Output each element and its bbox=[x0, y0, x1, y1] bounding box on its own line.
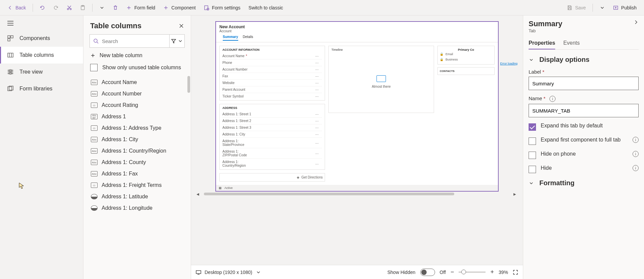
delete-button[interactable] bbox=[109, 3, 121, 12]
column-item[interactable]: AbcAddress 1: City bbox=[90, 134, 188, 145]
hide-checkbox[interactable] bbox=[529, 166, 536, 173]
column-item[interactable]: Address 1: Longitude bbox=[90, 202, 188, 214]
expand-first-checkbox[interactable] bbox=[529, 137, 536, 145]
info-icon[interactable]: i bbox=[633, 151, 639, 157]
switch-classic-button[interactable]: Switch to classic bbox=[245, 3, 287, 12]
form-field-label: Form field bbox=[134, 5, 155, 10]
nav-table-columns[interactable]: Table columns bbox=[0, 47, 83, 64]
save-icon bbox=[567, 5, 572, 10]
preview-tab-details[interactable]: Details bbox=[243, 35, 253, 41]
preview-field-row[interactable]: Address 1: Street 3--- bbox=[222, 124, 322, 131]
expand-default-checkbox[interactable] bbox=[529, 123, 536, 131]
nav-form-libraries[interactable]: Form libraries bbox=[0, 80, 83, 97]
column-item[interactable]: AbcdefAddress 1 bbox=[90, 111, 188, 122]
back-button[interactable]: Back bbox=[4, 3, 29, 12]
publish-button[interactable]: Publish bbox=[610, 3, 640, 12]
zoom-in-button[interactable]: + bbox=[490, 269, 494, 276]
add-component-button[interactable]: Component bbox=[160, 3, 199, 12]
save-menu[interactable] bbox=[596, 3, 608, 12]
label-input[interactable] bbox=[529, 77, 639, 90]
tab-events[interactable]: Events bbox=[563, 37, 580, 49]
show-unused-label: Show only unused table columns bbox=[102, 65, 181, 71]
search-input[interactable] bbox=[102, 38, 166, 44]
timeline-section[interactable]: Timeline Almost there bbox=[328, 46, 434, 113]
scroll-right-icon[interactable]: ▶ bbox=[513, 192, 517, 196]
hamburger-button[interactable] bbox=[0, 15, 83, 30]
info-icon[interactable]: i bbox=[549, 96, 556, 102]
form-settings-button[interactable]: Form settings bbox=[201, 3, 244, 12]
scrollbar-thumb[interactable] bbox=[187, 76, 190, 93]
zoom-out-button[interactable]: − bbox=[451, 269, 454, 276]
preview-field-row[interactable]: Address 1: Street 1--- bbox=[222, 111, 322, 118]
column-item[interactable]: AbcAccount Name bbox=[90, 77, 188, 88]
formatting-header[interactable]: Formatting bbox=[529, 179, 639, 187]
side-widget-contacts[interactable]: CONTACTS bbox=[437, 67, 495, 75]
display-options-header[interactable]: Display options bbox=[529, 56, 639, 64]
form-preview[interactable]: New Account Account Summary Details ACCO… bbox=[216, 22, 498, 191]
column-item[interactable]: AbcAccount Number bbox=[90, 88, 188, 99]
chevron-right-icon[interactable] bbox=[633, 19, 639, 25]
show-unused-checkbox[interactable] bbox=[90, 64, 98, 71]
option-type-icon: ▭ bbox=[91, 183, 98, 188]
preview-scroll[interactable]: Error loading New Account Account Summar… bbox=[191, 15, 523, 265]
show-hidden-label: Show Hidden bbox=[387, 270, 415, 275]
info-icon[interactable]: i bbox=[633, 165, 639, 171]
column-item[interactable]: ▭Address 1: Freight Terms bbox=[90, 180, 188, 191]
scroll-thumb[interactable] bbox=[204, 193, 454, 195]
option-type-icon: ▭ bbox=[91, 125, 98, 131]
preview-field-row[interactable]: Ticker Symbol--- bbox=[222, 93, 322, 99]
hide-phone-checkbox[interactable] bbox=[529, 152, 536, 159]
zoom-slider[interactable] bbox=[459, 272, 486, 273]
preview-field-row[interactable]: Address 1: City--- bbox=[222, 131, 322, 138]
name-input[interactable] bbox=[529, 104, 639, 117]
save-button[interactable]: Save bbox=[564, 3, 589, 12]
column-item[interactable]: AbcAddress 1: County bbox=[90, 157, 188, 168]
preview-field-row[interactable]: Fax--- bbox=[222, 73, 322, 80]
preview-field-row[interactable]: Address 1: ZIP/Postal Code--- bbox=[222, 148, 322, 159]
cut-button[interactable] bbox=[63, 3, 75, 12]
error-loading-link[interactable]: Error loading bbox=[500, 62, 517, 65]
preview-field-row[interactable]: Address 1: Country/Region--- bbox=[222, 159, 322, 169]
filter-button[interactable] bbox=[170, 34, 185, 48]
chevron-down-icon bbox=[529, 57, 534, 63]
horizontal-scrollbar[interactable]: ◀ ▶ bbox=[194, 191, 520, 197]
panel-title: Table columns bbox=[90, 22, 141, 30]
column-item[interactable]: ▭Address 1: Address Type bbox=[90, 122, 188, 134]
tab-properties[interactable]: Properties bbox=[529, 37, 555, 49]
preview-field-row[interactable]: Address 1: State/Province--- bbox=[222, 138, 322, 148]
account-info-section[interactable]: ACCOUNT INFORMATION Account Name*---Phon… bbox=[219, 46, 325, 101]
close-icon[interactable] bbox=[179, 23, 184, 29]
preview-field-row[interactable]: Website--- bbox=[222, 80, 322, 86]
info-icon[interactable]: i bbox=[633, 137, 639, 143]
column-item[interactable]: AbcAddress 1: Country/Region bbox=[90, 145, 188, 157]
column-item[interactable]: ▭Account Rating bbox=[90, 99, 188, 111]
paste-menu[interactable] bbox=[96, 3, 108, 12]
add-form-field-button[interactable]: Form field bbox=[123, 3, 158, 12]
side-widget-primary[interactable]: Primary Co 🔒Email 🔒Business bbox=[437, 46, 495, 65]
nav-components[interactable]: Components bbox=[0, 30, 83, 47]
address-section[interactable]: ADDRESS Address 1: Street 1---Address 1:… bbox=[219, 104, 325, 170]
column-item[interactable]: Address 1: Latitude bbox=[90, 191, 188, 202]
preview-field-row[interactable]: Parent Account--- bbox=[222, 86, 322, 93]
get-directions-card[interactable]: ◈ Get Directions bbox=[219, 173, 325, 182]
column-item[interactable]: AbcAddress 1: Fax bbox=[90, 168, 188, 180]
preview-field-row[interactable]: Address 1: Street 2--- bbox=[222, 118, 322, 124]
preview-field-row[interactable]: Phone--- bbox=[222, 59, 322, 66]
undo-button[interactable] bbox=[36, 3, 48, 12]
scroll-left-icon[interactable]: ◀ bbox=[196, 192, 201, 196]
redo-button[interactable] bbox=[50, 3, 62, 12]
nav-tree-view[interactable]: Tree view bbox=[0, 64, 83, 80]
fit-icon[interactable] bbox=[513, 270, 518, 275]
preview-field-row[interactable]: Account Name*--- bbox=[222, 53, 322, 59]
chevron-down-icon[interactable] bbox=[256, 270, 261, 275]
show-hidden-toggle[interactable] bbox=[420, 269, 435, 276]
text-type-icon: Abc bbox=[91, 80, 98, 85]
preview-tab-summary[interactable]: Summary bbox=[223, 35, 238, 41]
svg-rect-4 bbox=[205, 6, 208, 10]
paste-button[interactable] bbox=[77, 3, 89, 12]
search-box[interactable] bbox=[90, 34, 170, 48]
new-column-button[interactable]: New table column bbox=[83, 48, 191, 62]
preview-title: New Account bbox=[219, 25, 495, 29]
preview-field-row[interactable]: Account Number--- bbox=[222, 66, 322, 73]
lock-icon: 🔒 bbox=[440, 52, 443, 56]
